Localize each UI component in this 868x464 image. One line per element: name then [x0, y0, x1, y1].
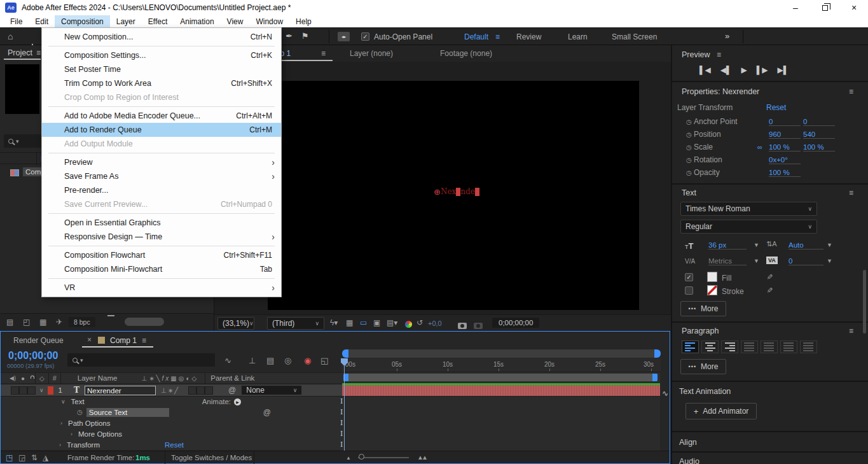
time-ruler[interactable]: :00s 05s 10s 15s 20s 25s 30s: [342, 358, 661, 372]
home-icon[interactable]: ⌂: [8, 31, 13, 41]
new-folder-icon[interactable]: ◰: [23, 318, 30, 327]
anchor-y-value[interactable]: 0: [803, 118, 835, 126]
zoom-in-icon[interactable]: ▲▲: [417, 454, 426, 461]
live-update-icon[interactable]: ◲: [18, 453, 25, 462]
scale-y-value[interactable]: 100 %: [803, 143, 835, 151]
stopwatch-icon[interactable]: ◷: [677, 157, 694, 164]
stopwatch-icon[interactable]: ◷: [677, 144, 694, 151]
stopwatch-icon[interactable]: ◷: [677, 169, 694, 176]
layer-row[interactable]: ∨ 1 T Nexrender ⊥∗╱ @ None∨: [1, 384, 342, 396]
menu-item-new-composition[interactable]: New Composition...Ctrl+N: [42, 30, 281, 44]
exposure-reset-icon[interactable]: ↺: [417, 318, 423, 327]
restore-button[interactable]: [815, 0, 835, 15]
audio-section-title[interactable]: Audio: [679, 457, 699, 464]
menu-item-trim-comp[interactable]: Trim Comp to Work AreaCtrl+Shift+X: [42, 76, 281, 90]
viewer-timecode[interactable]: 0;00;00;00: [492, 318, 539, 328]
transform-reset-link[interactable]: Reset: [165, 441, 184, 449]
zoom-slider-knob[interactable]: [359, 454, 364, 460]
menu-item-responsive-design-time[interactable]: Responsive Design — Time›: [42, 230, 281, 244]
new-composition-icon[interactable]: ▦: [39, 318, 46, 327]
project-panel-menu-icon[interactable]: ≡: [36, 48, 41, 57]
stopwatch-icon[interactable]: ◷: [677, 131, 694, 138]
composition-canvas[interactable]: ⊕ Nex nde: [268, 81, 639, 310]
align-right-button[interactable]: [721, 341, 738, 353]
workspace-review[interactable]: Review: [516, 32, 541, 41]
toggle-switches-modes-button[interactable]: Toggle Switches / Modes: [171, 454, 252, 461]
comp-tab-menu-icon[interactable]: ≡: [142, 336, 146, 345]
text-more-button[interactable]: •••More: [680, 301, 726, 316]
kerning-dropdown-icon[interactable]: ▼: [754, 258, 759, 264]
fast-preview-icon[interactable]: ϟ▾: [330, 318, 338, 327]
expand-layers-icon[interactable]: ◳: [6, 453, 13, 462]
navigator-start-handle[interactable]: [342, 349, 348, 358]
transform-group-row[interactable]: › Transform Reset: [1, 439, 342, 450]
paragraph-more-button[interactable]: •••More: [680, 359, 726, 374]
project-flowchart-icon[interactable]: ✈: [56, 318, 62, 327]
fill-checkbox[interactable]: ✓: [685, 273, 693, 281]
stopwatch-icon[interactable]: ◷: [77, 409, 83, 416]
text-section-title[interactable]: Text: [682, 188, 696, 197]
zoom-out-icon[interactable]: ▲: [346, 455, 351, 461]
add-animator-button[interactable]: +Add Animator: [685, 403, 757, 419]
menu-item-add-to-ame-queue[interactable]: Add to Adobe Media Encoder Queue...Ctrl+…: [42, 109, 281, 123]
menu-animation[interactable]: Animation: [174, 15, 220, 27]
layer-viewer-tab[interactable]: Layer (none): [350, 49, 393, 58]
rotation-value[interactable]: 0x+0°: [769, 156, 801, 164]
menu-item-composition-mini-flowchart[interactable]: Composition Mini-FlowchartTab: [42, 262, 281, 276]
comp-tab-close-icon[interactable]: ×: [87, 335, 92, 344]
source-text-row[interactable]: ◷ Source Text @: [1, 407, 342, 418]
layer-name-field[interactable]: Nexrender: [85, 386, 156, 395]
mask-visibility-icon[interactable]: ▣: [373, 318, 380, 327]
work-area-bar[interactable]: [343, 374, 658, 381]
draft-3d-icon[interactable]: ⊥: [249, 356, 256, 365]
channels-icon[interactable]: [405, 319, 412, 330]
region-of-interest-icon[interactable]: ▤▾: [387, 318, 397, 327]
menu-view[interactable]: View: [221, 15, 250, 27]
layer-name-column[interactable]: Layer Name: [78, 374, 118, 382]
menu-item-pre-render[interactable]: Pre-render...: [42, 183, 281, 197]
shy-layers-icon[interactable]: ◮: [43, 453, 48, 462]
layer-transform-section[interactable]: Layer Transform: [677, 103, 733, 112]
collapse-icon[interactable]: ∨: [61, 398, 65, 405]
search-options-icon[interactable]: ▾: [80, 357, 83, 363]
more-options-row[interactable]: › More Options: [1, 428, 342, 439]
zoom-select[interactable]: (33,1%)∨: [217, 317, 254, 330]
opacity-value[interactable]: 100 %: [769, 169, 801, 177]
puppet-pin-tool-icon[interactable]: ⚑: [301, 31, 309, 41]
timeline-timecode[interactable]: 0;00;00;00: [8, 350, 58, 362]
align-left-button[interactable]: [682, 341, 699, 353]
parent-pickwhip-icon[interactable]: @: [228, 386, 236, 395]
pickwhip-icon[interactable]: @: [263, 408, 271, 417]
font-size-value[interactable]: 36 px: [708, 241, 747, 250]
stopwatch-icon[interactable]: ◷: [677, 118, 694, 125]
position-y-value[interactable]: 540: [803, 130, 835, 139]
parent-select[interactable]: None∨: [241, 385, 302, 395]
align-center-button[interactable]: [701, 341, 719, 353]
menu-item-save-frame-as[interactable]: Save Frame As›: [42, 169, 281, 183]
stroke-eyedropper-icon[interactable]: ✎: [765, 287, 774, 293]
justify-all-button[interactable]: [800, 341, 817, 353]
expand-icon[interactable]: ›: [60, 420, 62, 426]
viewer-panel-menu-icon[interactable]: ≡: [321, 49, 326, 58]
paragraph-section-menu-icon[interactable]: ≡: [849, 327, 853, 335]
workspace-overflow-icon[interactable]: »: [725, 31, 729, 41]
font-style-select[interactable]: Regular∨: [680, 220, 817, 234]
leading-value[interactable]: Auto: [789, 241, 823, 250]
animate-menu-icon[interactable]: ▶: [234, 398, 241, 405]
workspace-menu-icon[interactable]: ≡: [495, 32, 500, 41]
previous-frame-button[interactable]: ◀▌: [720, 66, 732, 74]
menu-item-open-essential-graphics[interactable]: Open in Essential Graphics: [42, 216, 281, 230]
kerning-value[interactable]: Metrics: [708, 257, 747, 265]
menu-window[interactable]: Window: [249, 15, 289, 27]
workspace-learn[interactable]: Learn: [568, 32, 588, 41]
path-options-row[interactable]: › Path Options: [1, 418, 342, 428]
timeline-zoom-slider[interactable]: [358, 457, 409, 458]
menu-layer[interactable]: Layer: [110, 15, 142, 27]
timeline-search-input[interactable]: ▾: [67, 353, 215, 367]
selection-tool-icon[interactable]: [29, 32, 36, 44]
show-snapshot-icon[interactable]: [474, 320, 483, 332]
play-button[interactable]: ▶: [741, 66, 747, 74]
fill-color-swatch[interactable]: [707, 272, 717, 282]
stroke-checkbox[interactable]: ✓: [685, 286, 693, 295]
number-column[interactable]: #: [53, 374, 57, 382]
